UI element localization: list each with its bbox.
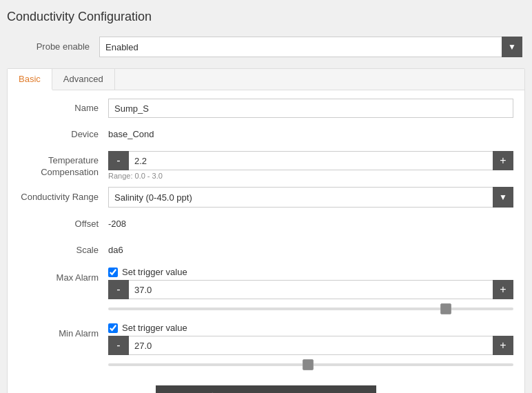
min-alarm-checkbox[interactable] <box>108 323 118 333</box>
offset-label: Offset <box>19 214 108 234</box>
conductivity-range-select[interactable]: Salinity (0-45.0 ppt)Freshwater <box>108 187 513 208</box>
min-alarm-stepper-group: - + <box>108 336 513 355</box>
scale-value: da6 <box>108 241 513 260</box>
min-alarm-checkbox-label[interactable]: Set trigger value <box>108 323 513 333</box>
max-alarm-slider-thumb[interactable] <box>440 303 451 314</box>
max-alarm-checkbox-label[interactable]: Set trigger value <box>108 267 513 277</box>
conductivity-range-row: Conductivity Range Salinity (0-45.0 ppt)… <box>19 187 513 208</box>
calibration-button[interactable]: ⚙ Manual Probe Calibration <box>156 385 376 393</box>
name-row: Name <box>19 99 513 118</box>
offset-row: Offset -208 <box>19 214 513 234</box>
max-alarm-stepper-group: - + <box>108 280 513 299</box>
max-alarm-block: Set trigger value - + <box>108 267 513 316</box>
min-alarm-slider-row <box>108 358 513 372</box>
max-alarm-checkbox-text: Set trigger value <box>122 267 187 277</box>
temperature-compensation-stepper: - + Range: 0.0 - 3.0 <box>108 151 513 180</box>
scale-label: Scale <box>19 241 108 260</box>
conductivity-range-select-wrapper: Salinity (0-45.0 ppt)Freshwater ▼ <box>108 187 513 208</box>
device-row: Device base_Cond <box>19 125 513 144</box>
temperature-range-hint: Range: 0.0 - 3.0 <box>108 172 513 180</box>
temperature-minus-btn[interactable]: - <box>108 151 129 170</box>
min-alarm-row: Min Alarm Set trigger value - + <box>19 323 513 372</box>
max-alarm-slider-row <box>108 302 513 316</box>
max-alarm-label: Max Alarm <box>19 267 108 288</box>
tab-advanced[interactable]: Advanced <box>52 69 115 90</box>
min-alarm-slider-track <box>108 363 513 366</box>
page-title: Conductivity Configuration <box>7 7 525 27</box>
temperature-compensation-label: Temperature Compensation <box>19 151 108 179</box>
max-alarm-minus-btn[interactable]: - <box>108 280 129 299</box>
min-alarm-input[interactable] <box>129 336 493 355</box>
min-alarm-plus-btn[interactable]: + <box>493 336 513 355</box>
temperature-plus-btn[interactable]: + <box>493 151 513 170</box>
conductivity-range-label: Conductivity Range <box>19 188 108 207</box>
temperature-stepper-group: - + <box>108 151 513 170</box>
tabs-header: Basic Advanced <box>8 69 524 90</box>
max-alarm-slider-track <box>108 308 513 310</box>
max-alarm-input[interactable] <box>129 280 493 299</box>
min-alarm-checkbox-text: Set trigger value <box>122 323 187 333</box>
max-alarm-row: Max Alarm Set trigger value - + <box>19 267 513 316</box>
probe-enable-select[interactable]: EnabledDisabled <box>99 37 522 57</box>
max-alarm-plus-btn[interactable]: + <box>493 280 513 299</box>
tab-basic[interactable]: Basic <box>8 69 52 90</box>
min-alarm-label: Min Alarm <box>19 323 108 343</box>
name-label: Name <box>19 99 108 118</box>
name-input[interactable] <box>108 99 513 118</box>
min-alarm-block: Set trigger value - + <box>108 323 513 372</box>
probe-enable-label: Probe enable <box>10 37 99 57</box>
probe-enable-select-wrapper: EnabledDisabled ▼ <box>99 37 522 57</box>
temperature-compensation-row: Temperature Compensation - + Range: 0.0 … <box>19 151 513 180</box>
tab-basic-content: Name Device base_Cond Temperature Compen… <box>8 90 524 393</box>
scale-row: Scale da6 <box>19 241 513 260</box>
max-alarm-checkbox[interactable] <box>108 268 118 277</box>
temperature-input[interactable] <box>129 151 493 170</box>
offset-value: -208 <box>108 214 513 234</box>
min-alarm-slider-thumb[interactable] <box>303 359 314 370</box>
device-label: Device <box>19 125 108 144</box>
device-value: base_Cond <box>108 125 513 144</box>
min-alarm-minus-btn[interactable]: - <box>108 336 129 355</box>
tabs-container: Basic Advanced Name Device base_Cond Tem… <box>7 68 525 393</box>
